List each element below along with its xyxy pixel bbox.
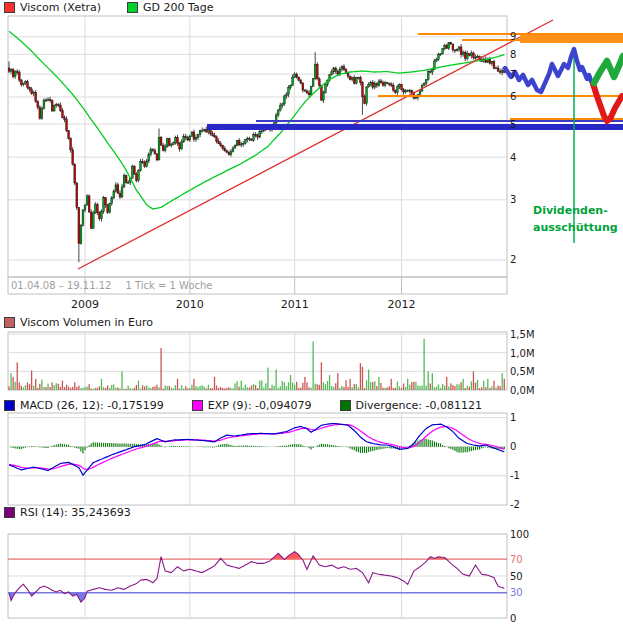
viscom-series-label: Viscom (Xetra) — [20, 1, 101, 14]
dividend-annotation-label: Dividenden- ausschüttung — [533, 202, 618, 236]
svg-text:5: 5 — [510, 119, 516, 130]
svg-text:3: 3 — [510, 194, 516, 205]
svg-text:2010: 2010 — [176, 298, 204, 311]
svg-text:100: 100 — [510, 529, 529, 540]
rsi-axis-labels: 1007050300 — [510, 529, 529, 624]
svg-text:2012: 2012 — [388, 298, 416, 311]
dividend-label-line2: ausschüttung — [533, 219, 618, 236]
viscom-series-swatch — [4, 2, 15, 13]
svg-text:4: 4 — [510, 152, 516, 163]
chart-window: 2345678920092010201120120,0M0,5M1,0M1,5M… — [0, 0, 623, 629]
price-axis-labels: 23456789 — [510, 31, 516, 265]
tick-interval-text: 1 Tick = 1 Woche — [125, 280, 212, 291]
rsi-grid — [8, 534, 507, 618]
annotation-red-arrow — [593, 84, 622, 121]
volume-axis-labels: 0,0M0,5M1,0M1,5M — [510, 329, 535, 396]
price-legend: Viscom (Xetra) GD 200 Tage — [4, 1, 213, 14]
macd-grid — [8, 413, 507, 505]
svg-text:7: 7 — [510, 69, 516, 80]
svg-text:1: 1 — [510, 412, 516, 423]
rsi-header: RSI (14): 35,243693 — [4, 506, 131, 519]
svg-text:2: 2 — [510, 254, 516, 265]
price-plot-grid — [8, 16, 507, 277]
annotation-green-arrow — [594, 56, 623, 83]
svg-text:-1: -1 — [510, 470, 520, 481]
svg-text:0,0M: 0,0M — [510, 385, 535, 396]
svg-text:6: 6 — [510, 91, 516, 102]
svg-text:1,5M: 1,5M — [510, 329, 535, 340]
svg-text:1,0M: 1,0M — [510, 348, 535, 359]
svg-text:0,5M: 0,5M — [510, 366, 535, 377]
macd-series-label: MACD (26, 12): -0,175199 — [20, 399, 164, 412]
svg-text:0: 0 — [510, 441, 516, 452]
dividend-label-line1: Dividenden- — [533, 202, 618, 219]
annotation-blue-zigzag — [505, 49, 594, 92]
gd200-series-label: GD 200 Tage — [143, 1, 213, 14]
svg-text:2011: 2011 — [281, 298, 309, 311]
svg-text:2009: 2009 — [71, 298, 99, 311]
svg-text:8: 8 — [510, 49, 516, 60]
date-range-text: 01.04.08 – 19.11.12 — [11, 280, 111, 291]
svg-text:70: 70 — [510, 554, 523, 565]
svg-text:0: 0 — [510, 613, 516, 624]
macd-header: MACD (26, 12): -0,175199 EXP (9): -0,094… — [4, 399, 482, 412]
volume-series-label: Viscom Volumen in Euro — [20, 316, 153, 329]
svg-text:9: 9 — [510, 31, 516, 42]
exp-series-label: EXP (9): -0,094079 — [208, 399, 312, 412]
macd-series-swatch — [4, 400, 15, 411]
rsi-series-label: RSI (14): 35,243693 — [20, 506, 131, 519]
svg-text:50: 50 — [510, 571, 523, 582]
svg-text:-2: -2 — [510, 499, 520, 510]
rsi-series-swatch — [4, 507, 15, 518]
svg-text:30: 30 — [510, 587, 523, 598]
divergence-series-label: Divergence: -0,081121 — [356, 399, 482, 412]
volume-header: Viscom Volumen in Euro — [4, 316, 153, 329]
date-range-note: 01.04.08 – 19.11.12 1 Tick = 1 Woche — [11, 280, 213, 291]
exp-series-swatch — [192, 400, 203, 411]
chart-canvas[interactable]: 2345678920092010201120120,0M0,5M1,0M1,5M… — [0, 0, 623, 629]
macd-axis-labels: 10-1-2 — [510, 412, 520, 510]
volume-series-swatch — [4, 317, 15, 328]
divergence-series-swatch — [340, 400, 351, 411]
gd200-series-swatch — [127, 2, 138, 13]
